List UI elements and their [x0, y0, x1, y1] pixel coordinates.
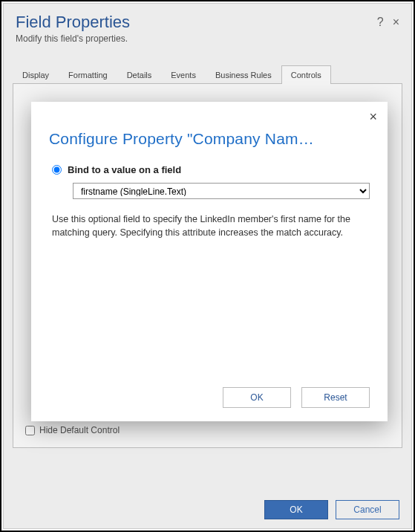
modal-ok-button[interactable]: OK [223, 387, 291, 408]
bind-radio[interactable] [52, 165, 62, 175]
modal-title: Configure Property "Company Nam… [49, 130, 370, 148]
modal-footer: OK Reset [49, 387, 370, 408]
modal-overlay: × Configure Property "Company Nam… Bind … [1, 1, 414, 531]
bind-radio-label: Bind to a value on a field [68, 164, 181, 175]
field-select-wrap: firstname (SingleLine.Text) [73, 183, 370, 199]
modal-reset-button[interactable]: Reset [301, 387, 370, 408]
close-icon[interactable]: × [369, 109, 377, 125]
field-select[interactable]: firstname (SingleLine.Text) [73, 183, 370, 199]
bind-radio-row: Bind to a value on a field [52, 164, 370, 175]
property-description: Use this optional field to specify the L… [52, 213, 367, 239]
configure-property-modal: × Configure Property "Company Nam… Bind … [31, 102, 388, 421]
